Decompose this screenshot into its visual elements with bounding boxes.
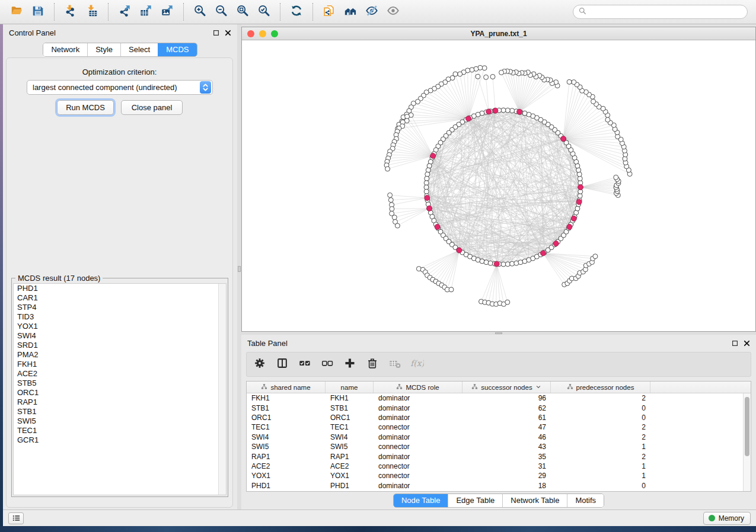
mcds-result-item[interactable]: SWI4 <box>14 331 226 341</box>
table-row[interactable]: SWI4SWI4dominator462 <box>247 432 743 442</box>
mcds-result-item[interactable]: TEC1 <box>14 426 226 435</box>
column-header-predecessor-nodes[interactable]: predecessor nodes <box>551 382 650 393</box>
mcds-node[interactable] <box>567 225 572 230</box>
table-settings-button[interactable] <box>249 354 270 374</box>
network-node[interactable] <box>385 166 390 171</box>
tab-network[interactable]: Network <box>43 43 87 56</box>
deselect-all-button[interactable] <box>317 354 337 374</box>
first-neighbors-button[interactable] <box>340 2 361 21</box>
mcds-node[interactable] <box>486 109 492 114</box>
task-history-button[interactable] <box>8 512 24 524</box>
network-node[interactable] <box>482 66 487 70</box>
tab-edge-table[interactable]: Edge Table <box>448 494 502 507</box>
network-node[interactable] <box>499 70 504 75</box>
network-node[interactable] <box>458 72 462 76</box>
network-node[interactable] <box>605 117 610 122</box>
mcds-result-item[interactable]: GCR1 <box>14 435 226 445</box>
network-node[interactable] <box>476 74 480 79</box>
memory-button[interactable]: Memory <box>703 512 751 525</box>
table-row[interactable]: PHD1PHD1dominator180 <box>247 481 743 491</box>
network-node[interactable] <box>424 189 429 194</box>
mcds-node[interactable] <box>517 109 522 114</box>
table-row[interactable]: SWI5SWI5connector431 <box>247 442 743 451</box>
network-node[interactable] <box>488 261 493 265</box>
mcds-result-item[interactable]: STB1 <box>14 407 226 416</box>
network-node[interactable] <box>614 175 618 180</box>
network-canvas[interactable] <box>242 40 755 331</box>
duplicate-network-button[interactable] <box>318 2 340 21</box>
mcds-result-item[interactable]: PHD1 <box>14 284 226 293</box>
network-node[interactable] <box>390 207 394 211</box>
tab-select[interactable]: Select <box>120 43 158 56</box>
import-table-button[interactable] <box>81 2 103 21</box>
table-row[interactable]: ACE2ACE2connector311 <box>247 462 743 471</box>
network-node[interactable] <box>505 262 510 267</box>
network-node[interactable] <box>510 108 515 113</box>
node-table[interactable]: shared namenameMCDS rolesuccessor nodesp… <box>246 381 751 492</box>
mcds-node[interactable] <box>430 153 436 159</box>
table-row[interactable]: YOX1YOX1connector291 <box>247 471 743 480</box>
window-close-button[interactable] <box>247 30 254 37</box>
network-node[interactable] <box>591 99 596 104</box>
window-maximize-button[interactable] <box>271 30 278 37</box>
mcds-list-scrollbar[interactable] <box>218 284 226 495</box>
network-node[interactable] <box>490 75 495 79</box>
mcds-result-item[interactable]: RAP1 <box>14 398 226 407</box>
refresh-button[interactable] <box>286 2 307 21</box>
mcds-node[interactable] <box>578 185 583 190</box>
network-node[interactable] <box>388 193 393 197</box>
hide-selected-button[interactable] <box>361 2 382 21</box>
mcds-node[interactable] <box>494 261 499 267</box>
zoom-fit-button[interactable] <box>232 2 253 21</box>
tab-node-table[interactable]: Node Table <box>394 494 448 507</box>
delete-column-button[interactable] <box>362 354 382 374</box>
mcds-result-item[interactable]: YOX1 <box>14 322 226 331</box>
save-session-button[interactable] <box>27 2 49 21</box>
network-node[interactable] <box>484 75 489 79</box>
network-node[interactable] <box>510 261 515 266</box>
mcds-result-item[interactable]: TID3 <box>14 312 226 322</box>
zoom-out-button[interactable] <box>210 2 232 21</box>
close-panel-icon[interactable] <box>744 340 750 347</box>
mcds-result-list[interactable]: PHD1CAR1STP4TID3YOX1SWI4SRD1PMA2FKH1ACE2… <box>13 283 227 495</box>
mcds-node[interactable] <box>425 196 430 201</box>
network-node[interactable] <box>425 172 430 177</box>
mcds-node[interactable] <box>553 241 559 246</box>
export-table-button[interactable] <box>135 2 157 21</box>
network-node[interactable] <box>572 80 576 85</box>
export-network-button[interactable] <box>114 2 135 21</box>
network-node[interactable] <box>501 108 506 113</box>
tab-mcds[interactable]: MCDS <box>158 43 196 56</box>
mcds-result-item[interactable]: SWI5 <box>14 416 226 426</box>
import-network-button[interactable] <box>60 2 81 21</box>
network-node[interactable] <box>470 68 474 72</box>
network-node[interactable] <box>395 223 400 228</box>
criterion-dropdown[interactable]: largest connected component (undirected) <box>27 80 213 95</box>
close-panel-icon[interactable] <box>225 30 231 36</box>
toggle-panel-button[interactable] <box>272 354 292 374</box>
mcds-result-item[interactable]: STP4 <box>14 303 226 312</box>
mcds-node[interactable] <box>541 251 546 256</box>
column-header-successor-nodes[interactable]: successor nodes <box>462 382 551 393</box>
network-node[interactable] <box>388 198 393 203</box>
network-node[interactable] <box>505 108 510 113</box>
mcds-node[interactable] <box>427 206 432 211</box>
tab-style[interactable]: Style <box>87 43 120 56</box>
mcds-node[interactable] <box>466 116 471 121</box>
close-panel-button[interactable]: Close panel <box>121 100 183 115</box>
add-column-button[interactable] <box>339 354 360 374</box>
zoom-selected-button[interactable] <box>253 2 275 21</box>
network-node[interactable] <box>449 287 454 292</box>
mcds-result-item[interactable]: SRD1 <box>14 341 226 350</box>
search-input[interactable] <box>591 7 742 17</box>
network-node[interactable] <box>578 194 582 198</box>
mcds-node[interactable] <box>561 136 566 142</box>
table-row[interactable]: FKH1FKH1dominator962 <box>247 393 743 403</box>
mcds-node[interactable] <box>493 108 498 113</box>
mcds-result-item[interactable]: ACE2 <box>14 369 226 379</box>
mcds-result-item[interactable]: ORC1 <box>14 388 226 398</box>
network-node[interactable] <box>424 181 429 185</box>
column-header-MCDS-role[interactable]: MCDS role <box>374 382 462 393</box>
mcds-result-item[interactable]: CAR1 <box>14 293 226 303</box>
float-panel-icon[interactable] <box>732 340 738 347</box>
